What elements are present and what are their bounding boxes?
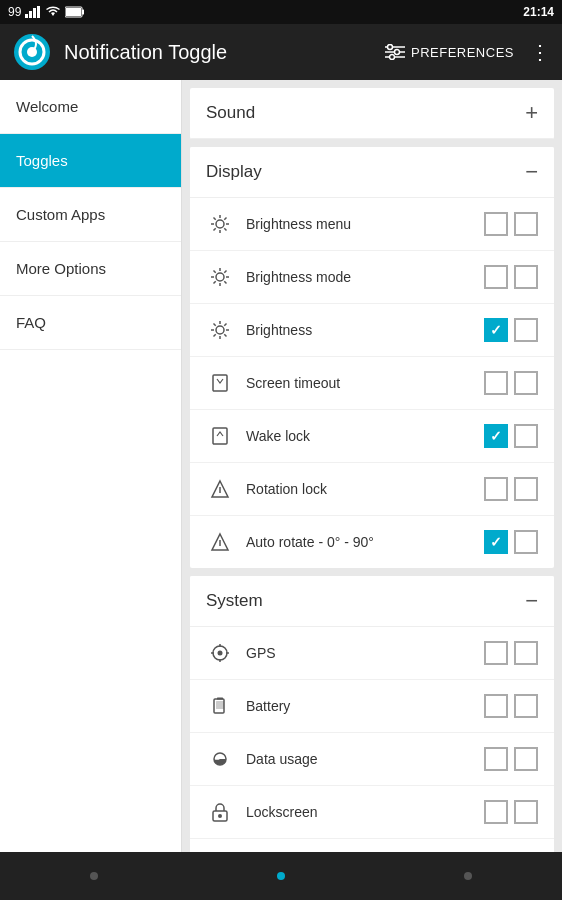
brightness-cb2[interactable] [514, 318, 538, 342]
row-gps: GPS [190, 627, 554, 680]
wake-lock-icon [206, 422, 234, 450]
preferences-button[interactable]: PREFERENCES [385, 44, 514, 60]
gps-cb1[interactable] [484, 641, 508, 665]
svg-point-14 [394, 50, 399, 55]
svg-rect-1 [29, 11, 32, 18]
svg-rect-3 [37, 6, 40, 18]
row-lockscreen: Lockscreen [190, 786, 554, 839]
lockscreen-cb2[interactable] [514, 800, 538, 824]
svg-line-21 [214, 218, 216, 220]
lock-now-icon [206, 851, 234, 852]
display-section-toggle[interactable]: − [525, 161, 538, 183]
bottom-nav-dot-1[interactable] [90, 872, 98, 880]
row-lock-now: Lock now [190, 839, 554, 852]
wake-lock-cb2[interactable] [514, 424, 538, 448]
svg-point-15 [389, 55, 394, 60]
battery-icon [65, 6, 85, 18]
screen-timeout-label: Screen timeout [246, 375, 484, 391]
more-options-icon[interactable]: ⋮ [530, 40, 550, 64]
svg-point-25 [216, 273, 224, 281]
sidebar-item-custom-apps[interactable]: Custom Apps [0, 188, 181, 242]
lockscreen-cb1[interactable] [484, 800, 508, 824]
svg-line-33 [214, 281, 216, 283]
row-screen-timeout: Screen timeout [190, 357, 554, 410]
auto-rotate-cb2[interactable] [514, 530, 538, 554]
lockscreen-icon [206, 798, 234, 826]
data-usage-checkboxes [484, 747, 538, 771]
system-section-title: System [206, 591, 263, 611]
data-usage-cb1[interactable] [484, 747, 508, 771]
svg-line-22 [224, 228, 226, 230]
time-display: 21:14 [523, 5, 554, 19]
rotation-lock-checkboxes [484, 477, 538, 501]
gps-cb2[interactable] [514, 641, 538, 665]
svg-rect-44 [213, 428, 227, 444]
brightness-cb1[interactable] [484, 318, 508, 342]
auto-rotate-checkboxes [484, 530, 538, 554]
gps-checkboxes [484, 641, 538, 665]
bottom-nav-dot-2[interactable] [277, 872, 285, 880]
svg-point-60 [218, 814, 222, 818]
row-battery: Battery [190, 680, 554, 733]
battery-cb1[interactable] [484, 694, 508, 718]
system-section-toggle[interactable]: − [525, 590, 538, 612]
svg-point-16 [216, 220, 224, 228]
sidebar-item-more-options[interactable]: More Options [0, 242, 181, 296]
screen-timeout-cb1[interactable] [484, 371, 508, 395]
brightness-checkboxes [484, 318, 538, 342]
rotation-lock-cb1[interactable] [484, 477, 508, 501]
brightness-menu-checkboxes [484, 212, 538, 236]
display-section-title: Display [206, 162, 262, 182]
brightness-menu-cb1[interactable] [484, 212, 508, 236]
signal-icon [25, 6, 41, 18]
brightness-menu-cb2[interactable] [514, 212, 538, 236]
brightness-mode-icon [206, 263, 234, 291]
sound-section-toggle[interactable]: + [525, 102, 538, 124]
data-usage-cb2[interactable] [514, 747, 538, 771]
app-title: Notification Toggle [64, 41, 385, 64]
app-bar-actions: PREFERENCES ⋮ [385, 40, 550, 64]
brightness-icon [206, 316, 234, 344]
svg-point-50 [218, 651, 223, 656]
auto-rotate-cb1[interactable] [484, 530, 508, 554]
screen-timeout-checkboxes [484, 371, 538, 395]
app-bar: Notification Toggle PREFERENCES ⋮ [0, 24, 562, 80]
brightness-mode-cb1[interactable] [484, 265, 508, 289]
battery-label: Battery [246, 698, 484, 714]
screen-timeout-cb2[interactable] [514, 371, 538, 395]
rotation-lock-cb2[interactable] [514, 477, 538, 501]
system-section-header[interactable]: System − [190, 576, 554, 627]
brightness-mode-label: Brightness mode [246, 269, 484, 285]
battery-checkboxes [484, 694, 538, 718]
svg-rect-2 [33, 8, 36, 18]
battery-level-text: 99 [8, 5, 21, 19]
lockscreen-label: Lockscreen [246, 804, 484, 820]
bottom-nav [0, 852, 562, 900]
app-logo [12, 32, 52, 72]
svg-rect-56 [217, 698, 223, 700]
svg-line-23 [224, 218, 226, 220]
battery-row-icon [206, 692, 234, 720]
sidebar-item-toggles[interactable]: Toggles [0, 134, 181, 188]
system-section: System − GPS Battery [190, 576, 554, 852]
battery-cb2[interactable] [514, 694, 538, 718]
svg-line-30 [214, 271, 216, 273]
svg-point-13 [387, 45, 392, 50]
brightness-mode-cb2[interactable] [514, 265, 538, 289]
sidebar-item-faq[interactable]: FAQ [0, 296, 181, 350]
bottom-nav-dot-3[interactable] [464, 872, 472, 880]
sidebar-item-welcome[interactable]: Welcome [0, 80, 181, 134]
data-usage-label: Data usage [246, 751, 484, 767]
display-section-header[interactable]: Display − [190, 147, 554, 198]
screen-timeout-icon [206, 369, 234, 397]
sidebar: Welcome Toggles Custom Apps More Options… [0, 80, 182, 852]
svg-line-32 [224, 271, 226, 273]
wake-lock-label: Wake lock [246, 428, 484, 444]
row-auto-rotate: Auto rotate - 0° - 90° [190, 516, 554, 568]
preferences-icon [385, 44, 405, 60]
svg-line-41 [224, 324, 226, 326]
wake-lock-cb1[interactable] [484, 424, 508, 448]
status-bar: 99 21:14 [0, 0, 562, 24]
status-bar-left: 99 [8, 5, 85, 19]
sound-section-header[interactable]: Sound + [190, 88, 554, 139]
